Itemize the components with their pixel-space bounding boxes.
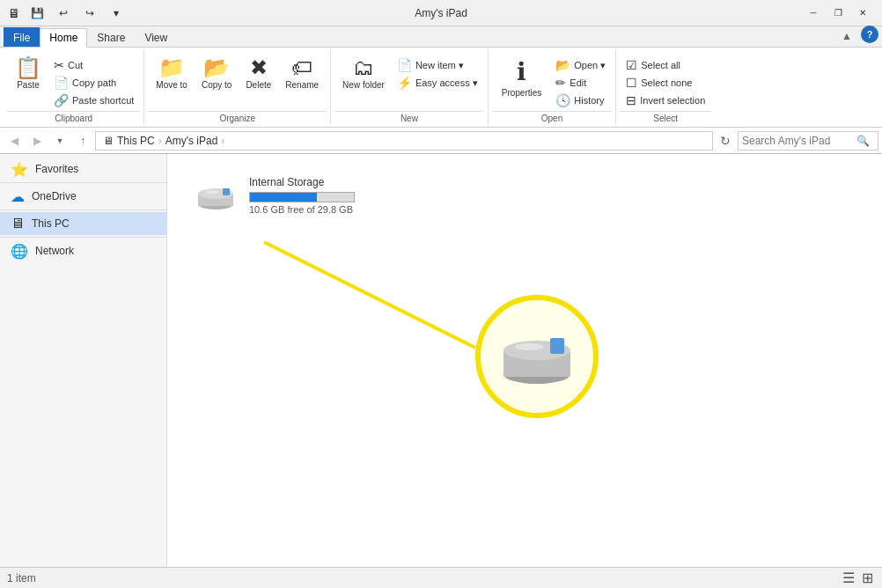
- copy-to-label: Copy to: [202, 80, 232, 90]
- new-folder-label: New folder: [342, 80, 385, 90]
- svg-point-4: [205, 190, 219, 194]
- titlebar: 🖥 💾 ↩ ↪ ▾ Amy's iPad ─ ❐ ✕: [0, 0, 882, 26]
- addressbar: ◀ ▶ ▼ ↑ 🖥 This PC › Amy's iPad › ↻ 🔍: [0, 128, 882, 154]
- select-none-icon: ☐: [626, 76, 637, 90]
- storage-bar-container: [249, 192, 355, 202]
- storage-info: Internal Storage 10.6 GB free of 29.8 GB: [249, 176, 355, 215]
- new-group-label: New: [334, 111, 484, 125]
- copy-path-icon: 📄: [54, 76, 69, 90]
- open-icon: 📂: [555, 58, 570, 72]
- delete-icon: ✖: [250, 57, 268, 78]
- history-button[interactable]: 🕓 History: [551, 92, 610, 109]
- address-bar[interactable]: 🖥 This PC › Amy's iPad ›: [95, 131, 713, 151]
- open-small-buttons: 📂 Open ▾ ✏ Edit 🕓 History: [551, 53, 610, 109]
- onedrive-icon: ☁: [11, 188, 25, 205]
- select-none-label: Select none: [641, 77, 692, 88]
- copy-to-icon: 📂: [203, 57, 230, 78]
- svg-rect-7: [503, 350, 570, 377]
- internal-storage-item[interactable]: Internal Storage 10.6 GB free of 29.8 GB: [181, 168, 428, 223]
- sidebar-item-network[interactable]: 🌐 Network: [0, 239, 166, 262]
- item-count: 1 item: [7, 572, 36, 584]
- invert-icon: ⊟: [626, 93, 636, 107]
- edit-button[interactable]: ✏ Edit: [551, 74, 610, 92]
- zoom-circle: [475, 295, 599, 418]
- copy-to-button[interactable]: 📂 Copy to: [195, 53, 238, 94]
- breadcrumb-this-pc: This PC: [117, 135, 155, 147]
- close-button[interactable]: ✕: [850, 4, 875, 23]
- cut-icon: ✂: [54, 58, 64, 72]
- tab-share[interactable]: Share: [87, 27, 135, 47]
- move-to-button[interactable]: 📁 Move to: [150, 53, 194, 94]
- breadcrumb-computer-icon: 🖥: [103, 135, 114, 147]
- new-folder-button[interactable]: 🗂 New folder: [336, 53, 391, 94]
- ribbon-tabs: File Home Share View ▲ ?: [0, 26, 882, 48]
- storage-icon: [193, 178, 239, 213]
- ribbon-collapse-button[interactable]: ▲: [836, 26, 857, 47]
- breadcrumb-sep-1: ›: [158, 135, 162, 147]
- delete-label: Delete: [246, 80, 271, 90]
- qat-undo-button[interactable]: ↩: [51, 4, 76, 23]
- breadcrumb: 🖥 This PC › Amy's iPad ›: [103, 135, 224, 147]
- ribbon-group-clipboard: 📋 Paste ✂ Cut 📄 Copy path 🔗 Paste shortc…: [4, 49, 144, 125]
- view-tile-button[interactable]: ⊞: [860, 570, 875, 586]
- ribbon-group-organize: 📁 Move to 📂 Copy to ✖ Delete 🏷 Rename Or…: [144, 49, 331, 125]
- svg-point-10: [515, 343, 543, 350]
- copy-path-label: Copy path: [72, 77, 116, 88]
- sidebar-item-thispc[interactable]: 🖥 This PC: [0, 212, 166, 235]
- paste-shortcut-button[interactable]: 🔗 Paste shortcut: [49, 92, 138, 109]
- search-input[interactable]: [742, 135, 856, 147]
- sidebar: ⭐ Favorites ☁ OneDrive 🖥 This PC 🌐 Netwo…: [0, 154, 167, 567]
- invert-label: Invert selection: [640, 95, 705, 106]
- up-button[interactable]: ↑: [72, 130, 93, 151]
- network-label: Network: [35, 245, 74, 257]
- view-list-button[interactable]: ☰: [841, 570, 856, 586]
- sidebar-item-onedrive[interactable]: ☁ OneDrive: [0, 185, 166, 208]
- search-box[interactable]: 🔍: [738, 131, 878, 151]
- new-item-button[interactable]: 📄 New item ▾: [393, 56, 482, 74]
- properties-button[interactable]: ℹ Properties: [494, 53, 550, 102]
- svg-line-5: [264, 242, 475, 348]
- ribbon: 📋 Paste ✂ Cut 📄 Copy path 🔗 Paste shortc…: [0, 48, 882, 128]
- svg-rect-3: [223, 188, 230, 195]
- open-button[interactable]: 📂 Open ▾: [551, 56, 610, 74]
- ribbon-help-button[interactable]: ?: [861, 26, 878, 43]
- qat-save-button[interactable]: 💾: [25, 4, 49, 23]
- tab-file[interactable]: File: [4, 27, 40, 47]
- tab-home[interactable]: Home: [40, 28, 87, 48]
- qat-dropdown-button[interactable]: ▾: [104, 4, 129, 23]
- refresh-button[interactable]: ↻: [715, 130, 736, 151]
- move-to-label: Move to: [156, 80, 187, 90]
- delete-button[interactable]: ✖ Delete: [239, 53, 277, 94]
- sidebar-separator-3: [0, 237, 166, 238]
- cut-button[interactable]: ✂ Cut: [49, 56, 138, 74]
- statusbar-view-buttons: ☰ ⊞: [841, 570, 875, 586]
- invert-selection-button[interactable]: ⊟ Invert selection: [621, 92, 709, 109]
- edit-label: Edit: [570, 77, 586, 88]
- rename-button[interactable]: 🏷 Rename: [279, 53, 325, 94]
- back-button[interactable]: ◀: [4, 130, 25, 151]
- restore-button[interactable]: ❐: [826, 4, 850, 23]
- organize-group-label: Organize: [148, 111, 327, 125]
- select-all-icon: ☑: [626, 58, 637, 72]
- minimize-button[interactable]: ─: [801, 4, 826, 23]
- copy-path-button[interactable]: 📄 Copy path: [49, 74, 138, 92]
- clipboard-group-label: Clipboard: [7, 111, 140, 125]
- easy-access-icon: ⚡: [397, 76, 412, 90]
- tab-view[interactable]: View: [135, 27, 177, 47]
- paste-button[interactable]: 📋 Paste: [9, 53, 48, 94]
- paste-label: Paste: [17, 80, 40, 90]
- svg-point-8: [503, 341, 570, 360]
- easy-access-label: Easy access ▾: [415, 77, 478, 89]
- qat-redo-button[interactable]: ↪: [77, 4, 102, 23]
- easy-access-button[interactable]: ⚡ Easy access ▾: [393, 74, 482, 92]
- recent-button[interactable]: ▼: [49, 130, 70, 151]
- forward-button[interactable]: ▶: [26, 130, 48, 151]
- edit-icon: ✏: [555, 76, 566, 90]
- select-all-button[interactable]: ☑ Select all: [621, 56, 709, 74]
- app-icon: 🖥: [7, 6, 21, 20]
- select-none-button[interactable]: ☐ Select none: [621, 74, 709, 92]
- network-icon: 🌐: [11, 243, 28, 260]
- sidebar-item-favorites[interactable]: ⭐ Favorites: [0, 158, 166, 180]
- favorites-label: Favorites: [35, 163, 78, 175]
- paste-shortcut-icon: 🔗: [54, 93, 69, 107]
